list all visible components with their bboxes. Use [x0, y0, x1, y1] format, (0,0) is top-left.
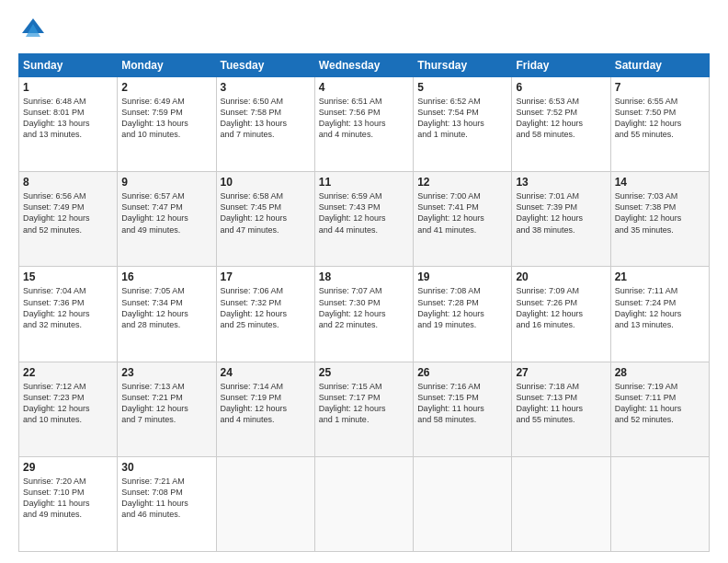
- header: [18, 15, 710, 44]
- day-cell: 25Sunrise: 7:15 AM Sunset: 7:17 PM Dayli…: [314, 362, 413, 456]
- day-cell: 28Sunrise: 7:19 AM Sunset: 7:11 PM Dayli…: [610, 362, 709, 456]
- logo-icon: [18, 15, 48, 44]
- day-info: Sunrise: 7:18 AM Sunset: 7:13 PM Dayligh…: [516, 381, 606, 426]
- day-number: 1: [23, 81, 113, 94]
- weekday-header-sunday: Sunday: [19, 54, 118, 77]
- day-number: 30: [121, 461, 211, 474]
- day-number: 21: [615, 270, 705, 283]
- day-info: Sunrise: 7:09 AM Sunset: 7:26 PM Dayligh…: [516, 285, 606, 330]
- day-cell: [314, 456, 413, 551]
- page: SundayMondayTuesdayWednesdayThursdayFrid…: [0, 0, 728, 563]
- day-info: Sunrise: 6:50 AM Sunset: 7:58 PM Dayligh…: [221, 96, 311, 141]
- day-number: 22: [23, 366, 113, 379]
- day-info: Sunrise: 7:07 AM Sunset: 7:30 PM Dayligh…: [319, 285, 409, 330]
- day-number: 23: [121, 366, 211, 379]
- day-number: 25: [319, 366, 409, 379]
- week-row-4: 22Sunrise: 7:12 AM Sunset: 7:23 PM Dayli…: [19, 362, 710, 456]
- day-number: 3: [221, 81, 311, 94]
- week-row-2: 8Sunrise: 6:56 AM Sunset: 7:49 PM Daylig…: [19, 172, 710, 267]
- day-info: Sunrise: 7:08 AM Sunset: 7:28 PM Dayligh…: [417, 285, 507, 330]
- day-info: Sunrise: 7:00 AM Sunset: 7:41 PM Dayligh…: [417, 190, 507, 236]
- day-cell: 3Sunrise: 6:50 AM Sunset: 7:58 PM Daylig…: [216, 77, 314, 172]
- day-cell: 17Sunrise: 7:06 AM Sunset: 7:32 PM Dayli…: [216, 267, 314, 362]
- week-row-3: 15Sunrise: 7:04 AM Sunset: 7:36 PM Dayli…: [19, 267, 710, 362]
- day-cell: [610, 456, 709, 551]
- day-info: Sunrise: 6:48 AM Sunset: 8:01 PM Dayligh…: [23, 96, 113, 141]
- day-info: Sunrise: 7:13 AM Sunset: 7:21 PM Dayligh…: [121, 381, 211, 426]
- day-cell: 5Sunrise: 6:52 AM Sunset: 7:54 PM Daylig…: [414, 77, 512, 172]
- day-number: 20: [516, 270, 606, 283]
- day-info: Sunrise: 6:57 AM Sunset: 7:47 PM Dayligh…: [121, 190, 211, 236]
- weekday-header-wednesday: Wednesday: [314, 54, 413, 77]
- day-cell: 4Sunrise: 6:51 AM Sunset: 7:56 PM Daylig…: [314, 77, 413, 172]
- day-cell: 30Sunrise: 7:21 AM Sunset: 7:08 PM Dayli…: [118, 456, 216, 551]
- day-number: 4: [319, 81, 409, 94]
- day-number: 19: [417, 270, 507, 283]
- day-number: 7: [615, 81, 705, 94]
- day-info: Sunrise: 6:53 AM Sunset: 7:52 PM Dayligh…: [516, 96, 606, 141]
- weekday-header-tuesday: Tuesday: [216, 54, 314, 77]
- day-number: 29: [23, 461, 113, 474]
- day-number: 5: [417, 81, 507, 94]
- day-info: Sunrise: 7:16 AM Sunset: 7:15 PM Dayligh…: [417, 381, 507, 426]
- day-number: 26: [417, 366, 507, 379]
- day-info: Sunrise: 6:59 AM Sunset: 7:43 PM Dayligh…: [319, 190, 409, 236]
- day-number: 12: [417, 176, 507, 189]
- day-number: 9: [121, 176, 211, 189]
- day-info: Sunrise: 7:04 AM Sunset: 7:36 PM Dayligh…: [23, 285, 113, 330]
- day-cell: 24Sunrise: 7:14 AM Sunset: 7:19 PM Dayli…: [216, 362, 314, 456]
- day-info: Sunrise: 7:12 AM Sunset: 7:23 PM Dayligh…: [23, 381, 113, 426]
- day-number: 10: [221, 176, 311, 189]
- day-cell: 8Sunrise: 6:56 AM Sunset: 7:49 PM Daylig…: [19, 172, 118, 267]
- day-cell: [512, 456, 610, 551]
- day-info: Sunrise: 7:20 AM Sunset: 7:10 PM Dayligh…: [23, 476, 113, 521]
- day-info: Sunrise: 7:14 AM Sunset: 7:19 PM Dayligh…: [221, 381, 311, 426]
- week-row-1: 1Sunrise: 6:48 AM Sunset: 8:01 PM Daylig…: [19, 77, 710, 172]
- day-cell: 2Sunrise: 6:49 AM Sunset: 7:59 PM Daylig…: [118, 77, 216, 172]
- day-cell: 10Sunrise: 6:58 AM Sunset: 7:45 PM Dayli…: [216, 172, 314, 267]
- day-number: 14: [615, 176, 705, 189]
- weekday-header-saturday: Saturday: [610, 54, 709, 77]
- day-number: 2: [121, 81, 211, 94]
- day-cell: 11Sunrise: 6:59 AM Sunset: 7:43 PM Dayli…: [314, 172, 413, 267]
- week-row-5: 29Sunrise: 7:20 AM Sunset: 7:10 PM Dayli…: [19, 456, 710, 551]
- day-cell: 19Sunrise: 7:08 AM Sunset: 7:28 PM Dayli…: [414, 267, 512, 362]
- day-info: Sunrise: 7:06 AM Sunset: 7:32 PM Dayligh…: [221, 285, 311, 330]
- day-cell: 29Sunrise: 7:20 AM Sunset: 7:10 PM Dayli…: [19, 456, 118, 551]
- day-number: 13: [516, 176, 606, 189]
- day-number: 24: [221, 366, 311, 379]
- day-cell: 7Sunrise: 6:55 AM Sunset: 7:50 PM Daylig…: [610, 77, 709, 172]
- day-cell: 22Sunrise: 7:12 AM Sunset: 7:23 PM Dayli…: [19, 362, 118, 456]
- day-info: Sunrise: 7:01 AM Sunset: 7:39 PM Dayligh…: [516, 190, 606, 236]
- day-cell: 26Sunrise: 7:16 AM Sunset: 7:15 PM Dayli…: [414, 362, 512, 456]
- day-info: Sunrise: 7:11 AM Sunset: 7:24 PM Dayligh…: [615, 285, 705, 330]
- day-info: Sunrise: 7:03 AM Sunset: 7:38 PM Dayligh…: [615, 190, 705, 236]
- day-cell: 18Sunrise: 7:07 AM Sunset: 7:30 PM Dayli…: [314, 267, 413, 362]
- weekday-header-monday: Monday: [118, 54, 216, 77]
- day-number: 27: [516, 366, 606, 379]
- day-info: Sunrise: 6:55 AM Sunset: 7:50 PM Dayligh…: [615, 96, 705, 141]
- day-info: Sunrise: 7:19 AM Sunset: 7:11 PM Dayligh…: [615, 381, 705, 426]
- day-number: 11: [319, 176, 409, 189]
- day-number: 6: [516, 81, 606, 94]
- day-number: 18: [319, 270, 409, 283]
- day-number: 8: [23, 176, 113, 189]
- day-cell: 16Sunrise: 7:05 AM Sunset: 7:34 PM Dayli…: [118, 267, 216, 362]
- day-cell: 14Sunrise: 7:03 AM Sunset: 7:38 PM Dayli…: [610, 172, 709, 267]
- day-cell: 12Sunrise: 7:00 AM Sunset: 7:41 PM Dayli…: [414, 172, 512, 267]
- day-info: Sunrise: 6:49 AM Sunset: 7:59 PM Dayligh…: [121, 96, 211, 141]
- day-info: Sunrise: 6:52 AM Sunset: 7:54 PM Dayligh…: [417, 96, 507, 141]
- day-info: Sunrise: 7:05 AM Sunset: 7:34 PM Dayligh…: [121, 285, 211, 330]
- day-cell: [216, 456, 314, 551]
- day-number: 17: [221, 270, 311, 283]
- day-cell: 15Sunrise: 7:04 AM Sunset: 7:36 PM Dayli…: [19, 267, 118, 362]
- day-cell: 13Sunrise: 7:01 AM Sunset: 7:39 PM Dayli…: [512, 172, 610, 267]
- day-cell: 23Sunrise: 7:13 AM Sunset: 7:21 PM Dayli…: [118, 362, 216, 456]
- day-number: 16: [121, 270, 211, 283]
- day-cell: 27Sunrise: 7:18 AM Sunset: 7:13 PM Dayli…: [512, 362, 610, 456]
- day-info: Sunrise: 6:58 AM Sunset: 7:45 PM Dayligh…: [221, 190, 311, 236]
- logo: [18, 15, 53, 44]
- day-cell: 21Sunrise: 7:11 AM Sunset: 7:24 PM Dayli…: [610, 267, 709, 362]
- weekday-header-friday: Friday: [512, 54, 610, 77]
- day-number: 28: [615, 366, 705, 379]
